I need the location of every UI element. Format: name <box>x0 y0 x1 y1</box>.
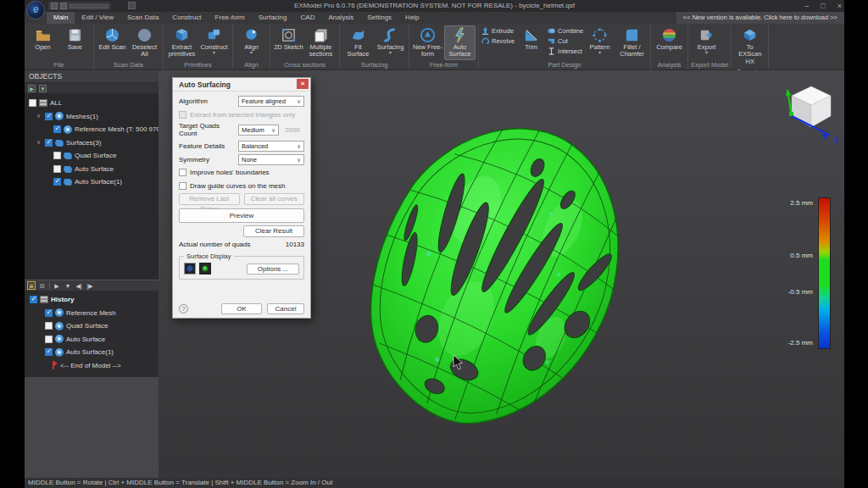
clear-all-curves-button[interactable]: Clear all curves <box>244 193 305 205</box>
close-button[interactable]: × <box>837 0 842 12</box>
menu-tab-construct[interactable]: Construct <box>165 12 208 24</box>
options-button[interactable]: Options ... <box>247 263 299 274</box>
history-item-auto-surface[interactable]: Auto Surface <box>25 333 159 347</box>
history-toolbar: ≣ ⊟ ▶ ▼ ◀| |▶ <box>25 280 159 291</box>
fillet-chamfer-button[interactable]: Fillet / Chamfer <box>616 25 648 60</box>
history-item-auto-surface-1[interactable]: Auto Surface(1) <box>25 346 159 359</box>
visibility-checkbox[interactable] <box>53 165 61 173</box>
step-back-icon[interactable]: ◀| <box>75 281 83 290</box>
to-exscan-button[interactable]: To EXScan HX <box>734 25 765 67</box>
visibility-checkbox[interactable] <box>45 139 53 147</box>
tree-item-all[interactable]: ALL <box>25 97 159 110</box>
cut-button[interactable]: Cut <box>548 37 583 45</box>
construct-button[interactable]: Construct ▾ <box>198 25 230 56</box>
target-quads-select[interactable]: Medium <box>238 125 279 136</box>
feature-details-select[interactable]: Balanced <box>238 141 304 152</box>
visibility-checkbox[interactable] <box>53 152 61 159</box>
menu-tab-scan-data[interactable]: Scan Data <box>120 12 165 24</box>
history-item-quad-surface[interactable]: Quad Surface <box>25 319 159 333</box>
intersect-button[interactable]: Intersect <box>548 47 583 55</box>
menu-tab-help[interactable]: Help <box>398 12 426 24</box>
ok-button[interactable]: OK <box>221 303 262 314</box>
help-button[interactable]: ? <box>179 304 188 313</box>
expand-arrow-icon[interactable]: ∨ <box>36 113 42 119</box>
flag-filter-icon[interactable]: ▶ <box>28 85 36 92</box>
history-item-root[interactable]: History <box>25 293 159 307</box>
tree-item-auto-surface-1[interactable]: Auto Surface(1) <box>25 175 159 189</box>
filter-icon[interactable]: ▼ <box>64 281 72 290</box>
navigation-cube[interactable]: z <box>780 75 844 147</box>
menu-tab-cad[interactable]: CAD <box>294 12 322 24</box>
visibility-checkbox[interactable] <box>53 178 61 186</box>
export-button[interactable]: Export ▾ <box>691 25 722 56</box>
preview-button[interactable]: Preview <box>179 208 304 223</box>
trim-button[interactable]: Trim <box>515 25 547 53</box>
ribbon-group-label: Free-form <box>412 60 476 69</box>
revolve-button[interactable]: Revolve <box>481 37 515 45</box>
ribbon-group-file: Open Save File <box>25 24 94 69</box>
dialog-title-bar[interactable]: Auto Surfacing × <box>173 78 310 92</box>
tree-item-reference-mesh[interactable]: Reference Mesh (T: 500 970) <box>25 123 159 136</box>
tree-item-label: Reference Mesh (T: 500 970) <box>75 125 163 133</box>
algorithm-select[interactable]: Feature aligned <box>238 96 304 107</box>
tree-item-meshes[interactable]: ∨ Meshes(1) <box>25 110 159 124</box>
list-view-icon[interactable]: ≣ <box>27 281 36 290</box>
display-mode-deviation-button[interactable] <box>199 263 211 274</box>
funnel-filter-icon[interactable]: ▼ <box>39 85 47 92</box>
visibility-checkbox[interactable] <box>45 336 53 343</box>
maximize-button[interactable]: □ <box>821 0 825 12</box>
update-notification[interactable]: << New version is available. Click here … <box>676 12 844 24</box>
visibility-checkbox[interactable] <box>45 309 53 317</box>
new-free-form-button[interactable]: New Free-form <box>412 25 443 60</box>
tree-item-surfaces[interactable]: ∨ Surfaces(3) <box>25 136 159 150</box>
menu-tab-settings[interactable]: Settings <box>360 12 398 24</box>
2d-sketch-button[interactable]: 2D Sketch <box>273 25 304 53</box>
open-button[interactable]: Open <box>27 25 58 53</box>
guide-curves-checkbox[interactable] <box>179 182 186 190</box>
align-button[interactable]: Align ▾ <box>236 25 267 56</box>
cancel-button[interactable]: Cancel <box>267 303 304 314</box>
app-window: EXModel Pro 6.0.76 (DEMONSTRATION SYSTEM… <box>25 0 844 488</box>
menu-tab-free-form[interactable]: Free-form <box>209 12 252 24</box>
dialog-close-button[interactable]: × <box>297 79 309 89</box>
sections-icon <box>313 27 329 43</box>
pattern-button[interactable]: Pattern ▾ <box>584 25 615 56</box>
expand-arrow-icon[interactable]: ∨ <box>36 139 42 146</box>
combine-button[interactable]: Combine <box>548 27 583 35</box>
remove-last-curve-button[interactable]: Remove Last Curve <box>179 193 240 205</box>
compare-button[interactable]: Compare <box>654 25 685 53</box>
deselect-all-button[interactable]: Deselect All <box>129 25 160 60</box>
step-forward-icon[interactable]: |▶ <box>86 281 94 290</box>
save-button[interactable]: Save <box>59 25 91 53</box>
visibility-checkbox[interactable] <box>29 99 36 107</box>
visibility-checkbox[interactable] <box>53 125 61 133</box>
tree-item-auto-surface[interactable]: Auto Surface <box>25 163 159 176</box>
symmetry-select[interactable]: None <box>238 154 304 165</box>
clear-result-button[interactable]: Clear Result <box>243 225 304 237</box>
visibility-checkbox[interactable] <box>30 296 37 303</box>
scale-label: -0.5 mm <box>769 288 813 296</box>
ribbon-group-cross-sections: 2D Sketch Multiple sections Cross sectio… <box>270 24 340 69</box>
play-icon[interactable]: ▶ <box>53 281 61 290</box>
minimize-button[interactable]: – <box>804 0 809 12</box>
display-mode-quads-button[interactable] <box>184 263 196 274</box>
tree-item-quad-surface[interactable]: Quad Surface <box>25 149 159 163</box>
menu-tab-analysis[interactable]: Analysis <box>321 12 360 24</box>
surfacing-button[interactable]: Surfacing ▾ <box>375 25 406 56</box>
fit-surface-button[interactable]: Fit Surface <box>342 25 374 60</box>
visibility-checkbox[interactable] <box>45 113 53 120</box>
extrude-button[interactable]: Extrude <box>481 27 515 35</box>
tree-view-icon[interactable]: ⊟ <box>38 281 47 290</box>
menu-tab-surfacing[interactable]: Surfacing <box>252 12 294 24</box>
visibility-checkbox[interactable] <box>45 348 53 356</box>
auto-surface-button[interactable]: Auto Surface <box>444 25 476 60</box>
visibility-checkbox[interactable] <box>45 322 53 330</box>
mesh-icon <box>55 322 64 330</box>
multiple-sections-button[interactable]: Multiple sections <box>305 25 337 60</box>
menu-tab-edit-view[interactable]: Edit / View <box>75 12 120 24</box>
menu-tab-main[interactable]: Main <box>47 12 75 24</box>
history-item-reference-mesh[interactable]: Reference Mesh <box>25 307 159 320</box>
improve-holes-checkbox[interactable] <box>179 169 186 176</box>
extract-primitives-button[interactable]: Extract primitives <box>166 25 198 60</box>
edit-scan-button[interactable]: Edit Scan <box>97 25 128 53</box>
